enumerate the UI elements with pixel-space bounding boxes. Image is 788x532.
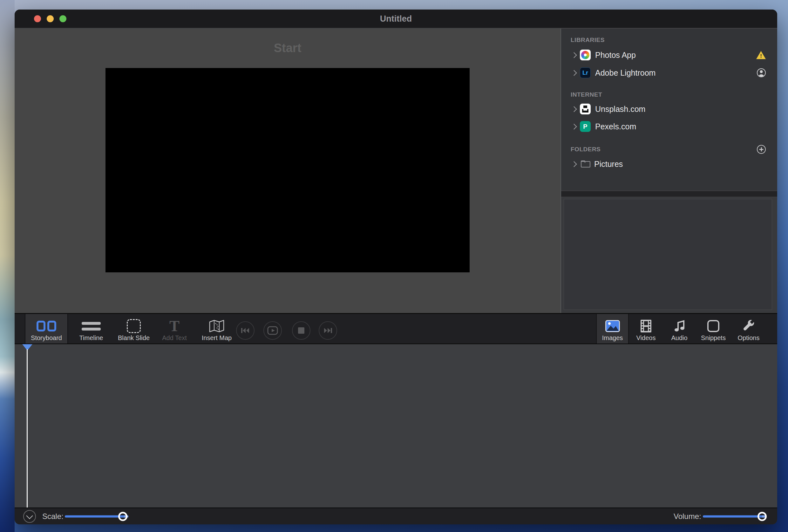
unsplash-icon — [580, 104, 591, 114]
desktop-wallpaper-left — [0, 0, 15, 532]
toolbar-button-videos[interactable]: Videos — [630, 314, 662, 343]
playhead-line — [27, 349, 28, 508]
toolbar-button-add-text[interactable]: T Add Text — [155, 314, 194, 343]
skip-forward-button[interactable] — [319, 321, 337, 340]
storyboard-strip[interactable] — [15, 344, 777, 508]
sidebar-item-adobe-lightroom[interactable]: Lr Adobe Lightroom — [561, 66, 777, 80]
toolbar-button-storyboard[interactable]: Storyboard — [25, 314, 68, 343]
insert-map-icon — [209, 319, 224, 333]
scale-slider-knob[interactable] — [118, 512, 127, 521]
chevron-right-icon[interactable] — [571, 106, 577, 112]
skip-forward-icon — [323, 327, 333, 334]
chevron-right-icon[interactable] — [571, 161, 577, 167]
add-text-icon: T — [169, 319, 179, 333]
lightroom-icon: Lr — [580, 67, 591, 78]
libraries-header: LIBRARIES — [571, 36, 605, 44]
sidebar-divider[interactable] — [561, 191, 777, 197]
toolbar-button-snippets[interactable]: Snippets — [697, 314, 729, 343]
toolbar: Storyboard Timeline Blank Slide T Add Te… — [15, 313, 777, 344]
volume-label: Volume: — [674, 512, 701, 521]
timeline-icon — [82, 319, 101, 333]
scale-slider[interactable] — [65, 508, 129, 525]
media-sidebar: LIBRARIES Photos App Lr Adobe Lightroom … — [560, 28, 777, 313]
toolbar-button-insert-map[interactable]: Insert Map — [196, 314, 237, 343]
volume-slider-knob[interactable] — [757, 512, 767, 521]
sidebar-item-label: Unsplash.com — [595, 104, 645, 114]
slide-editor: Start — [15, 28, 560, 313]
photos-app-icon — [580, 50, 591, 60]
skip-back-button[interactable] — [236, 321, 255, 340]
content-area: Start LIBRARIES Photos App Lr Adobe Ligh… — [15, 28, 777, 313]
blank-slide-icon — [127, 319, 141, 333]
play-icon — [267, 326, 278, 335]
sidebar-item-label: Pictures — [594, 160, 623, 169]
warning-icon[interactable] — [756, 51, 766, 59]
volume-slider-track[interactable] — [703, 515, 766, 517]
media-browser-empty-area — [564, 199, 772, 310]
disclosure-chevron-button[interactable] — [23, 510, 36, 523]
account-icon[interactable] — [757, 68, 766, 77]
stop-button[interactable] — [292, 321, 311, 340]
app-window: Untitled Start LIBRARIES Photos App Lr A… — [15, 9, 777, 525]
slide-start-label: Start — [274, 41, 301, 55]
options-wrench-icon — [742, 319, 755, 333]
sidebar-item-label: Adobe Lightroom — [595, 68, 655, 78]
sidebar-item-label: Pexels.com — [595, 122, 636, 131]
titlebar: Untitled — [15, 9, 777, 28]
chevron-right-icon[interactable] — [571, 52, 577, 58]
images-icon — [605, 319, 620, 333]
chevron-right-icon[interactable] — [571, 70, 577, 76]
scale-label: Scale: — [42, 512, 63, 521]
toolbar-button-blank-slide[interactable]: Blank Slide — [113, 314, 154, 343]
storyboard-icon — [37, 319, 56, 333]
bottom-bar: Scale: Volume: — [15, 508, 777, 525]
folders-header: FOLDERS — [571, 145, 600, 153]
media-browser-panel — [561, 197, 777, 313]
toolbar-button-timeline[interactable]: Timeline — [72, 314, 110, 343]
audio-icon — [673, 319, 685, 333]
toolbar-button-images[interactable]: Images — [596, 314, 629, 343]
videos-icon — [640, 319, 652, 333]
toolbar-button-options[interactable]: Options — [733, 314, 765, 343]
pexels-icon: P — [580, 121, 591, 132]
volume-slider[interactable] — [703, 508, 766, 525]
internet-header: INTERNET — [571, 91, 602, 99]
window-title: Untitled — [15, 9, 777, 28]
play-button[interactable] — [263, 321, 282, 340]
sidebar-item-photos-app[interactable]: Photos App — [561, 48, 777, 62]
sidebar-item-pictures[interactable]: Pictures — [561, 157, 777, 171]
skip-back-icon — [240, 327, 250, 334]
chevron-down-icon — [26, 512, 33, 519]
sidebar-item-unsplash[interactable]: Unsplash.com — [561, 102, 777, 116]
add-folder-icon[interactable] — [757, 145, 766, 154]
slide-preview-canvas[interactable] — [105, 68, 470, 272]
snippets-icon — [707, 319, 720, 333]
sidebar-item-pexels[interactable]: P Pexels.com — [561, 119, 777, 134]
stop-icon — [298, 327, 304, 334]
toolbar-button-audio[interactable]: Audio — [664, 314, 695, 343]
chevron-right-icon[interactable] — [571, 124, 577, 129]
sidebar-item-label: Photos App — [595, 51, 636, 60]
folder-icon — [581, 160, 590, 168]
